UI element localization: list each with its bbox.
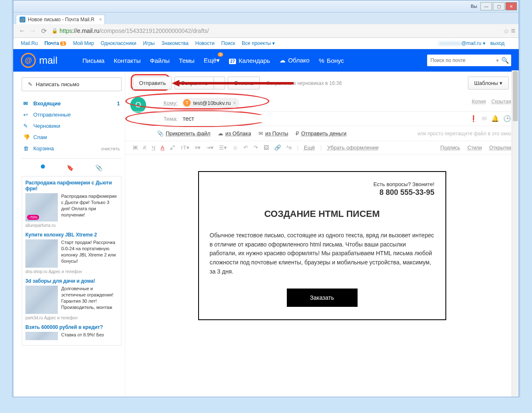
format-more-link[interactable]: Ещё (304, 144, 315, 151)
nav-files[interactable]: Файлы (150, 57, 170, 64)
templates-button[interactable]: Шаблоны ▾ (468, 77, 509, 90)
priority-icon[interactable]: ❗ (470, 115, 477, 122)
url-input[interactable]: 🔒 https://e.mail.ru/compose/154332191200… (52, 27, 499, 34)
to-field-row[interactable]: Кому: T test@10bukv.ru × Копия Скрытая (133, 95, 511, 112)
bold-button[interactable]: Ж (133, 144, 138, 151)
recipient-chip[interactable]: T test@10bukv.ru × (182, 98, 239, 108)
signature-link[interactable]: Подпись (440, 145, 460, 151)
reload-button[interactable]: ⟳ (39, 26, 48, 35)
attachment-filter-icon[interactable]: 📎 (95, 164, 102, 171)
save-button[interactable]: Сохранить (174, 77, 214, 90)
clear-format-link[interactable]: Убрать оформление (327, 144, 379, 151)
send-button[interactable]: Отправить (133, 77, 172, 90)
font-size-button[interactable]: тТ▾ (181, 144, 189, 151)
compose-button[interactable]: ✎ Написать письмо (22, 77, 122, 91)
nav-more[interactable]: Ещё▾3 (204, 57, 220, 64)
nav-letters[interactable]: Письма (82, 57, 104, 64)
ad-title[interactable]: Купите колонку JBL Xtreme 2 (25, 232, 118, 238)
undo-button[interactable]: ↶ (244, 144, 248, 151)
link-button[interactable]: 🔗 (274, 144, 281, 151)
message-body-editor[interactable]: Есть вопросы? Звоните! 8 800 555-33-95 С… (125, 154, 519, 397)
portal-link-mail[interactable]: Почта1 (45, 40, 67, 46)
text-color-button[interactable]: А (161, 144, 164, 151)
tab-close-button[interactable]: × (99, 17, 102, 22)
align-button[interactable]: ≡▾ (195, 144, 201, 151)
browser-menu-button[interactable]: ≡ (511, 27, 515, 35)
search-icon[interactable]: 🔍 (501, 57, 509, 64)
forward-button[interactable]: → (28, 26, 37, 35)
image-button[interactable]: 🖼 (264, 144, 269, 151)
flagged-filter-icon[interactable]: 🔖 (67, 164, 74, 171)
nav-contacts[interactable]: Контакты (114, 57, 141, 64)
window-minimize-button[interactable]: — (480, 2, 492, 10)
subject-input[interactable] (182, 115, 511, 122)
scrollbar[interactable] (512, 70, 519, 397)
folder-inbox[interactable]: ✉Входящие1 (22, 98, 122, 109)
attach-mail-link[interactable]: из Почты (265, 130, 288, 137)
search-dropdown-icon[interactable]: ▼ (495, 58, 500, 63)
italic-button[interactable]: К (143, 144, 147, 151)
search-input[interactable] (430, 57, 494, 64)
window-close-button[interactable]: ✕ (505, 2, 517, 10)
portal-user-email[interactable]: xxxxxxxxx@mail.ru ▾ (439, 40, 485, 46)
ad-image[interactable] (25, 239, 58, 268)
indent-button[interactable]: ⇥▾ (206, 144, 214, 151)
portal-link-ok[interactable]: Одноклассники (101, 40, 137, 46)
draft-status: Сохранено в черновиках в 16:36 (266, 80, 342, 86)
nav-cloud[interactable]: ☁Облако (279, 57, 310, 64)
ad-title[interactable]: 3d заборы для дачи и дома! (25, 278, 118, 284)
scrollbar-thumb[interactable] (513, 71, 518, 121)
ad-title[interactable]: Взять 600000 рублей в кредит? (25, 324, 118, 330)
emoji-button[interactable]: ☺ (232, 144, 238, 151)
folder-trash[interactable]: 🗑Корзинаочистить (22, 143, 122, 154)
redo-button[interactable]: ↷ (254, 144, 258, 151)
translit-button[interactable]: ᴬя (286, 144, 292, 151)
portal-logout-link[interactable]: выход (490, 40, 505, 46)
subject-field-row[interactable]: Тема: ❗ ✉ 🔔 🕒 (133, 112, 511, 126)
folder-spam[interactable]: 👎Спам (22, 132, 122, 143)
ad-image[interactable] (25, 332, 58, 340)
window-maximize-button[interactable]: ▢ (493, 2, 505, 10)
portal-link-projects[interactable]: Все проекты ▾ (242, 40, 275, 46)
back-button[interactable]: ← (17, 26, 27, 35)
cancel-button[interactable]: Отмена (228, 77, 260, 90)
notify-icon[interactable]: 🔔 (491, 115, 499, 122)
postcards-link[interactable]: Открытки (489, 145, 511, 151)
trash-clear-link[interactable]: очистить (101, 146, 120, 151)
chip-remove-button[interactable]: × (233, 100, 236, 105)
bookmark-star-icon[interactable]: ☆ (503, 27, 509, 35)
search-box[interactable]: ▼ 🔍 (427, 55, 511, 66)
portal-link-games[interactable]: Игры (143, 40, 154, 46)
portal-link-search[interactable]: Поиск (221, 40, 235, 46)
bg-color-button[interactable]: 🖍 (170, 144, 175, 151)
receipt-icon[interactable]: ✉ (482, 115, 487, 122)
nav-bonus[interactable]: %Бонус (319, 57, 344, 64)
portal-link-mymir[interactable]: Мой Мир (73, 40, 94, 46)
unread-filter-icon[interactable] (41, 164, 45, 169)
ad-title[interactable]: Распродажа парфюмерии с Дьюти фри! (25, 180, 118, 192)
portal-link-mailru[interactable]: Mail.Ru (21, 40, 38, 46)
portal-link-news[interactable]: Новости (195, 40, 214, 46)
attach-cloud-link[interactable]: из Облака (225, 130, 251, 137)
folder-sent[interactable]: ↩Отправленные (22, 109, 122, 120)
drafts-icon: ✎ (23, 123, 31, 129)
ad-image[interactable] (25, 286, 58, 314)
portal-link-dating[interactable]: Знакомства (162, 40, 189, 46)
browser-tab[interactable]: @ Новое письмо - Почта Mail.R × (16, 15, 105, 24)
bcc-link[interactable]: Скрытая (491, 99, 511, 104)
letter-cta-button[interactable]: Заказать (287, 289, 358, 307)
cc-link[interactable]: Копия (472, 99, 486, 104)
schedule-icon[interactable]: 🕒 (503, 115, 511, 122)
folder-drafts[interactable]: ✎Черновики (22, 120, 122, 132)
underline-button[interactable]: Ч (152, 144, 155, 151)
attach-file-link[interactable]: Прикрепить файл (166, 130, 210, 137)
list-button[interactable]: ☰▾ (219, 144, 227, 151)
styles-link[interactable]: Стили (467, 145, 482, 151)
nav-calendar[interactable]: 27Календарь (229, 57, 270, 64)
to-label: Кому: (157, 100, 178, 106)
send-money-link[interactable]: Отправить деньги (301, 130, 346, 137)
save-dropdown-button[interactable]: ▼ (214, 77, 225, 90)
nav-themes[interactable]: Темы (179, 57, 195, 64)
logo[interactable]: @ mail (21, 53, 57, 68)
ad-image[interactable]: -70% (25, 193, 58, 221)
